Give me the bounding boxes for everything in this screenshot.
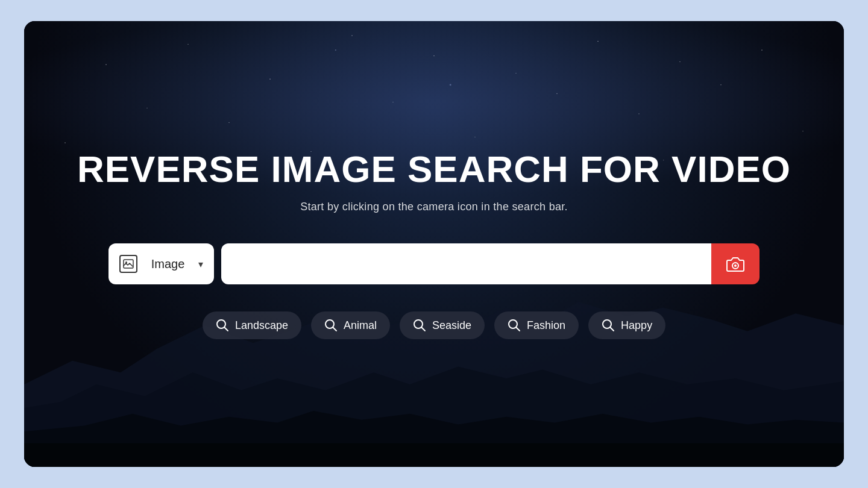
tag-happy-label: Happy <box>621 319 652 332</box>
tag-animal[interactable]: Animal <box>311 311 390 339</box>
tag-fashion-label: Fashion <box>527 319 565 332</box>
search-icon <box>508 319 521 332</box>
main-container: REVERSE IMAGE SEARCH FOR VIDEO Start by … <box>24 21 844 467</box>
search-icon <box>216 319 229 332</box>
svg-line-11 <box>333 328 336 331</box>
svg-line-15 <box>517 328 520 331</box>
tag-landscape[interactable]: Landscape <box>203 311 301 339</box>
camera-icon <box>726 255 745 272</box>
tag-landscape-label: Landscape <box>235 319 288 332</box>
svg-line-9 <box>224 328 228 331</box>
chevron-down-icon: ▾ <box>198 258 203 270</box>
camera-search-button[interactable] <box>711 243 760 284</box>
page-content: REVERSE IMAGE SEARCH FOR VIDEO Start by … <box>24 21 844 467</box>
tag-fashion[interactable]: Fashion <box>494 311 579 339</box>
svg-line-17 <box>611 328 614 331</box>
image-icon <box>119 255 137 273</box>
quick-tags-container: Landscape Animal Seaside <box>203 311 665 339</box>
svg-line-13 <box>421 328 425 331</box>
search-input-wrapper <box>221 243 760 284</box>
tag-happy[interactable]: Happy <box>588 311 665 339</box>
tag-seaside[interactable]: Seaside <box>400 311 485 339</box>
search-icon <box>324 319 338 332</box>
search-type-dropdown[interactable]: Image ▾ <box>108 243 214 284</box>
page-subtitle: Start by clicking on the camera icon in … <box>300 201 568 213</box>
tag-seaside-label: Seaside <box>432 319 471 332</box>
page-title: REVERSE IMAGE SEARCH FOR VIDEO <box>77 149 791 190</box>
search-icon <box>602 319 615 332</box>
dropdown-label: Image <box>143 257 192 271</box>
tag-animal-label: Animal <box>344 319 377 332</box>
search-icon <box>413 319 426 332</box>
search-input[interactable] <box>221 243 711 284</box>
svg-point-7 <box>734 264 737 267</box>
search-bar-container: Image ▾ <box>108 243 760 284</box>
